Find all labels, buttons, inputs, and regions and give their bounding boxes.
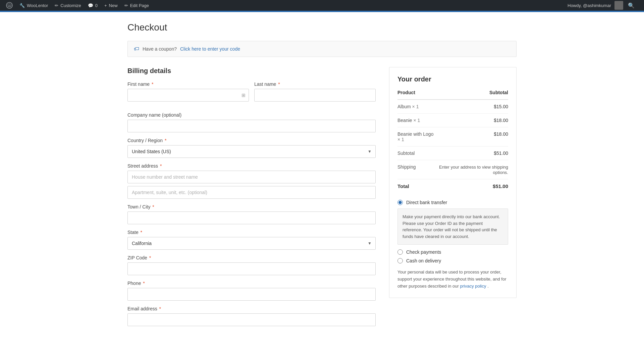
state-field: State * California ▼ <box>127 230 376 250</box>
subtotal-label: Subtotal <box>397 146 436 160</box>
page-title: Checkout <box>127 22 517 33</box>
radio-direct-bank[interactable] <box>397 200 403 205</box>
coupon-banner: 🏷 Have a coupon? Click here to enter you… <box>127 41 517 57</box>
state-select[interactable]: California <box>127 237 376 250</box>
item-name: Beanie with Logo × 1 <box>397 127 436 146</box>
street-address-input-2[interactable] <box>127 186 376 199</box>
checkout-layout: Billing details First name * ⊞ <box>127 67 517 331</box>
subtotal-value: $51.00 <box>436 146 508 160</box>
comments-icon: 💬 <box>88 3 93 8</box>
phone-input[interactable] <box>127 288 376 301</box>
svg-text:W: W <box>8 4 11 7</box>
country-select-wrap: United States (US) ▼ <box>127 145 376 158</box>
label-direct-bank[interactable]: Direct bank transfer <box>406 200 447 205</box>
phone-field: Phone * <box>127 281 376 301</box>
last-name-field: Last name * <box>254 81 376 102</box>
wordpress-icon: W <box>6 2 13 9</box>
zip-code-input[interactable] <box>127 262 376 275</box>
phone-label: Phone * <box>127 281 376 286</box>
country-label: Country / Region * <box>127 138 376 143</box>
info-box-direct-bank: Make your payment directly into our bank… <box>397 208 508 245</box>
admin-bar: W 🔧 WooLentor ✏ Customize 💬 0 + New ✏ Ed… <box>0 0 644 11</box>
main-content: Checkout 🏷 Have a coupon? Click here to … <box>121 12 523 342</box>
item-price: $18.00 <box>436 127 508 146</box>
street-address-input-1[interactable] <box>127 171 376 183</box>
email-label: Email address * <box>127 306 376 311</box>
radio-check-payments[interactable] <box>397 249 403 255</box>
last-name-label: Last name * <box>254 81 376 87</box>
first-name-label: First name * <box>127 81 249 87</box>
col-product: Product <box>397 90 436 100</box>
first-name-field: First name * ⊞ <box>127 81 249 102</box>
street-address-label: Street address * <box>127 163 376 169</box>
shipping-label: Shipping <box>397 160 436 179</box>
comments-link[interactable]: 💬 0 <box>85 0 101 11</box>
email-field: Email address * <box>127 306 376 326</box>
woolentor-link[interactable]: 🔧 WooLentor <box>16 0 51 11</box>
zip-code-field: ZIP Code * <box>127 255 376 275</box>
customize-link[interactable]: ✏ Customize <box>51 0 84 11</box>
town-city-input[interactable] <box>127 212 376 224</box>
street-address-field: Street address * <box>127 163 376 199</box>
total-row: Total $51.00 <box>397 179 508 193</box>
zip-code-label: ZIP Code * <box>127 255 376 260</box>
coupon-icon: 🏷 <box>134 46 139 52</box>
privacy-policy-link[interactable]: privacy policy <box>460 284 486 289</box>
country-field: Country / Region * United States (US) ▼ <box>127 138 376 158</box>
shipping-value: Enter your address to view shipping opti… <box>436 160 508 179</box>
company-input[interactable] <box>127 120 376 132</box>
label-cash-on-delivery[interactable]: Cash on delivery <box>406 258 441 263</box>
wp-logo-link[interactable]: W <box>3 0 16 11</box>
order-summary: Your order Product Subtotal Album × 1 $1… <box>389 67 517 298</box>
company-label: Company name (optional) <box>127 112 376 118</box>
total-label: Total <box>397 179 436 193</box>
last-name-input[interactable] <box>254 89 376 102</box>
edit-page-link[interactable]: ✏ Edit Page <box>121 0 152 11</box>
last-name-required: * <box>277 81 280 87</box>
search-icon[interactable]: 🔍 <box>625 2 638 9</box>
first-name-input[interactable] <box>127 89 249 102</box>
order-table: Product Subtotal Album × 1 $15.00 Beanie… <box>397 90 508 193</box>
state-select-wrap: California ▼ <box>127 237 376 250</box>
billing-section: Billing details First name * ⊞ <box>127 67 376 331</box>
coupon-link[interactable]: Click here to enter your code <box>180 46 240 52</box>
edit-icon: ⊞ <box>241 93 246 98</box>
comments-count: 0 <box>95 3 98 8</box>
first-name-required: * <box>150 81 153 87</box>
edit-page-label: Edit Page <box>130 3 149 8</box>
new-link[interactable]: + New <box>101 0 121 11</box>
payment-option-check-payments: Check payments <box>397 249 508 255</box>
radio-cash-on-delivery[interactable] <box>397 258 403 263</box>
item-price: $18.00 <box>436 114 508 127</box>
avatar <box>614 1 623 10</box>
item-name: Beanie × 1 <box>397 114 436 127</box>
edit-page-icon: ✏ <box>124 3 128 8</box>
col-subtotal: Subtotal <box>436 90 508 100</box>
name-row: First name * ⊞ Last name * <box>127 81 376 107</box>
woolentor-icon: 🔧 <box>19 3 25 8</box>
table-row: Beanie with Logo × 1 $18.00 <box>397 127 508 146</box>
payment-methods: Direct bank transfer Make your payment d… <box>397 200 508 290</box>
email-input[interactable] <box>127 313 376 326</box>
subtotal-row: Subtotal $51.00 <box>397 146 508 160</box>
total-value: $51.00 <box>436 179 508 193</box>
order-title: Your order <box>397 75 508 83</box>
woolentor-label: WooLentor <box>27 3 48 8</box>
privacy-notice: Your personal data will be used to proce… <box>397 269 508 290</box>
page-wrap: Checkout 🏷 Have a coupon? Click here to … <box>0 11 644 362</box>
state-label: State * <box>127 230 376 235</box>
customize-icon: ✏ <box>55 3 58 8</box>
label-check-payments[interactable]: Check payments <box>406 249 441 255</box>
payment-option-direct-bank: Direct bank transfer Make your payment d… <box>397 200 508 245</box>
country-select[interactable]: United States (US) <box>127 145 376 158</box>
item-price: $15.00 <box>436 100 508 114</box>
billing-title: Billing details <box>127 67 376 75</box>
first-name-input-wrap: ⊞ <box>127 89 249 102</box>
payment-option-cash-on-delivery: Cash on delivery <box>397 258 508 263</box>
new-label: New <box>109 3 118 8</box>
town-city-field: Town / City * <box>127 204 376 224</box>
company-field: Company name (optional) <box>127 112 376 132</box>
new-icon: + <box>104 3 107 8</box>
howdy-text: Howdy, @ashimkumar <box>568 3 611 8</box>
town-city-label: Town / City * <box>127 204 376 209</box>
